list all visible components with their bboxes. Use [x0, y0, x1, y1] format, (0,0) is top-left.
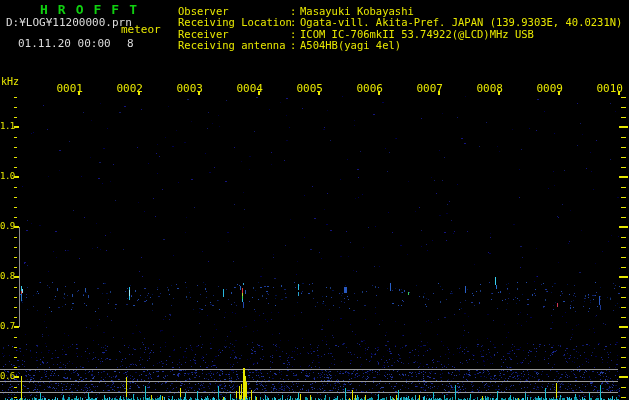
freq-minor-tick-right	[621, 217, 626, 218]
datetime: 01.11.20 00:00	[18, 37, 111, 50]
freq-minor-tick-right	[621, 347, 626, 348]
receiver-info: Observer:Masayuki KobayashiReceiving Loc…	[178, 6, 622, 52]
echo-count: 8	[127, 37, 134, 50]
freq-minor-tick-right	[621, 147, 626, 148]
freq-major-tick	[14, 176, 19, 178]
freq-minor-tick-right	[621, 97, 626, 98]
freq-minor-tick	[14, 317, 17, 318]
freq-label: 0.7	[0, 321, 14, 331]
info-colon: :	[290, 40, 300, 51]
freq-minor-tick	[14, 207, 17, 208]
freq-minor-tick	[14, 187, 17, 188]
freq-minor-tick-right	[621, 117, 626, 118]
freq-minor-tick	[14, 237, 17, 238]
time-tick	[318, 91, 320, 95]
freq-minor-tick	[14, 347, 17, 348]
freq-major-tick	[14, 126, 19, 128]
freq-minor-tick-right	[621, 337, 626, 338]
freq-minor-tick-right	[621, 397, 626, 398]
freq-major-tick-right	[619, 376, 628, 378]
time-tick	[498, 91, 500, 95]
frequency-unit-label: kHz	[1, 76, 19, 87]
freq-label: 0.9	[0, 221, 14, 231]
time-tick	[438, 91, 440, 95]
freq-minor-tick	[14, 137, 17, 138]
freq-minor-tick	[14, 147, 17, 148]
freq-minor-tick	[14, 397, 17, 398]
log-file-path: D:¥LOG¥11200000.prn	[6, 16, 132, 29]
time-tick	[198, 91, 200, 95]
time-tick	[78, 91, 80, 95]
freq-label: 1.1	[0, 121, 14, 131]
freq-minor-tick	[14, 97, 17, 98]
time-tick	[618, 91, 620, 95]
freq-minor-tick-right	[621, 157, 626, 158]
freq-minor-tick	[14, 217, 17, 218]
freq-minor-tick	[14, 167, 17, 168]
freq-minor-tick-right	[621, 387, 626, 388]
freq-major-tick	[14, 326, 19, 328]
time-tick	[558, 91, 560, 95]
freq-label: 0.6	[0, 371, 14, 381]
freq-minor-tick-right	[621, 137, 626, 138]
freq-minor-tick-right	[621, 267, 626, 268]
freq-minor-tick	[14, 337, 17, 338]
info-label: Receiving antenna	[178, 40, 290, 51]
freq-minor-tick	[14, 107, 17, 108]
spectrogram-canvas	[0, 0, 629, 400]
freq-major-tick-right	[619, 326, 628, 328]
freq-major-tick	[14, 276, 19, 278]
freq-minor-tick	[14, 297, 17, 298]
freq-minor-tick	[14, 117, 17, 118]
freq-major-tick	[14, 376, 19, 378]
freq-minor-tick	[14, 387, 17, 388]
freq-label: 1.0	[0, 171, 14, 181]
freq-minor-tick-right	[621, 367, 626, 368]
freq-minor-tick	[14, 157, 17, 158]
freq-major-tick-right	[619, 226, 628, 228]
freq-minor-tick-right	[621, 237, 626, 238]
freq-minor-tick	[14, 197, 17, 198]
freq-major-tick-right	[619, 176, 628, 178]
freq-label: 0.8	[0, 271, 14, 281]
freq-minor-tick-right	[621, 247, 626, 248]
freq-minor-tick	[14, 247, 17, 248]
freq-minor-tick-right	[621, 307, 626, 308]
freq-minor-tick	[14, 257, 17, 258]
freq-minor-tick	[14, 267, 17, 268]
app-title: HROFFT	[40, 2, 147, 17]
info-value: A504HB(yagi 4el)	[300, 40, 401, 51]
observation-label: meteor	[121, 23, 161, 36]
freq-major-tick-right	[619, 276, 628, 278]
time-tick	[378, 91, 380, 95]
time-tick	[258, 91, 260, 95]
info-row: Receiving antenna:A504HB(yagi 4el)	[178, 40, 622, 51]
freq-minor-tick-right	[621, 297, 626, 298]
freq-minor-tick	[14, 367, 17, 368]
freq-minor-tick-right	[621, 197, 626, 198]
freq-minor-tick-right	[621, 287, 626, 288]
freq-minor-tick-right	[621, 187, 626, 188]
hrofft-window: HROFFT D:¥LOG¥11200000.prn meteor 01.11.…	[0, 0, 629, 400]
freq-minor-tick-right	[621, 357, 626, 358]
freq-minor-tick	[14, 307, 17, 308]
freq-minor-tick-right	[621, 107, 626, 108]
freq-major-tick-right	[619, 126, 628, 128]
freq-minor-tick-right	[621, 317, 626, 318]
freq-minor-tick-right	[621, 207, 626, 208]
freq-major-tick	[14, 226, 19, 228]
freq-minor-tick	[14, 357, 17, 358]
time-tick	[138, 91, 140, 95]
freq-minor-tick-right	[621, 257, 626, 258]
freq-minor-tick-right	[621, 167, 626, 168]
freq-minor-tick	[14, 287, 17, 288]
